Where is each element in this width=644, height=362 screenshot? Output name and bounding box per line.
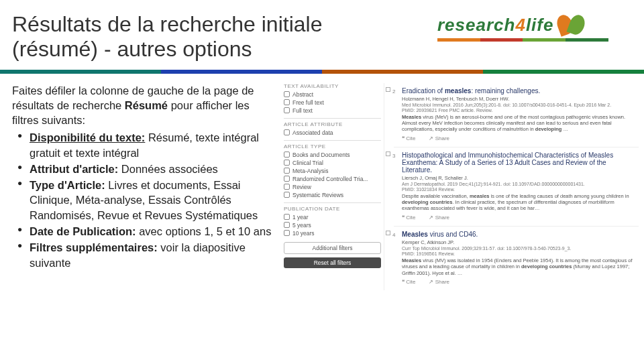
filter-rct[interactable]: Randomized Controlled Tria... [284, 176, 381, 182]
checkbox-icon[interactable] [386, 231, 390, 235]
share-button[interactable]: ↗ Share [429, 135, 456, 141]
result-title: Histopathological and Immunohistochemica… [402, 152, 637, 174]
filter-clinical-trial[interactable]: Clinical Trial [284, 160, 381, 166]
checkbox-icon[interactable] [386, 87, 390, 92]
filter-abstract[interactable]: Abstract [284, 91, 381, 98]
filter-meta-analysis[interactable]: Meta-Analysis [284, 168, 381, 174]
share-button[interactable]: ↗ Share [429, 279, 456, 285]
filter-books[interactable]: Books and Documents [284, 152, 381, 158]
filter-5years[interactable]: 5 years [284, 222, 381, 229]
result-item[interactable]: 2 Eradication of measles: remaining chal… [394, 83, 639, 147]
results-list: 2 Eradication of measles: remaining chal… [391, 83, 639, 290]
explanation-text: Faites défiler la colonne de gauche de l… [12, 83, 277, 290]
cite-button[interactable]: ❝ Cite [402, 279, 422, 285]
filter-review[interactable]: Review [284, 184, 381, 190]
cite-button[interactable]: ❝ Cite [402, 135, 422, 141]
brand-logo: research4life [437, 15, 625, 42]
filter-systematic-reviews[interactable]: Systematic Reviews [284, 192, 381, 198]
result-item[interactable]: 3 Histopathological and Immunohistochemi… [394, 147, 639, 226]
additional-filters-button[interactable]: Additional filters [284, 242, 381, 254]
checkbox-icon [284, 91, 290, 97]
result-title: Eradication of measles: remaining challe… [402, 87, 637, 95]
filter-sidebar: TEXT AVAILABILITY Abstract Free full tex… [284, 83, 384, 290]
result-title: Measles virus and CD46. [402, 231, 637, 238]
filter-1year[interactable]: 1 year [284, 214, 381, 221]
filter-associated-data[interactable]: Associated data [284, 129, 381, 136]
share-button[interactable]: ↗ Share [429, 215, 456, 221]
leaf-icon [557, 16, 584, 35]
result-item[interactable]: 4 Measles virus and CD46. Kemper C, Atki… [394, 226, 639, 290]
cite-button[interactable]: ❝ Cite [402, 215, 422, 221]
filter-10years[interactable]: 10 years [284, 230, 381, 237]
filter-full-text[interactable]: Full text [284, 107, 381, 114]
checkbox-icon[interactable] [386, 152, 390, 156]
filter-free-full-text[interactable]: Free full text [284, 99, 381, 106]
reset-filters-button[interactable]: Reset all filters [284, 257, 381, 268]
section-divider [0, 70, 644, 74]
